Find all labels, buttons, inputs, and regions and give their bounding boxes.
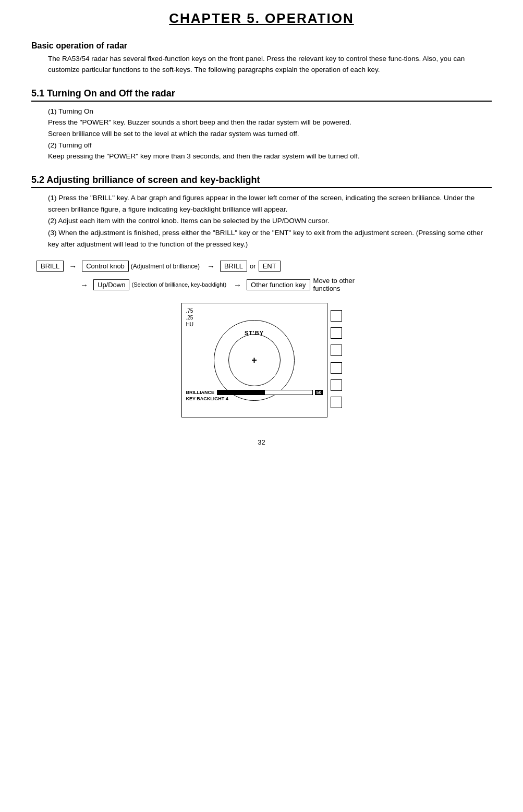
basic-operation-heading: Basic operation of radar — [31, 41, 492, 51]
control-knob-key: Control knob — [82, 261, 129, 272]
brill-key-1: BRILL — [37, 261, 64, 272]
side-btn-5 — [331, 379, 342, 391]
range-label: .75 .25 HU — [186, 307, 193, 328]
move-to-other-text: Move to other functions — [310, 277, 355, 292]
side-buttons — [331, 303, 342, 417]
flow-label-2: (Selection of brilliance, key-backlight) — [131, 281, 226, 288]
section-51-item-0: (1) Turning On — [48, 106, 492, 117]
side-btn-1 — [331, 310, 342, 322]
side-btn-6 — [331, 397, 342, 408]
radar-circle-inner: + — [228, 334, 281, 386]
move-to-other-line1: Move to other — [313, 277, 355, 285]
arrow-2: → — [207, 262, 215, 270]
section-51-heading: 5.1 Turning On and Off the radar — [31, 88, 492, 102]
section-51-item-1: Press the "POWER" key. Buzzer sounds a s… — [48, 117, 492, 128]
brill-bar-fill — [217, 390, 265, 395]
section-52: 5.2 Adjusting brilliance of screen and k… — [31, 175, 492, 417]
section-51-item-4: Keep pressing the "POWER" key more than … — [48, 151, 492, 162]
flow-row-1: BRILL → Control knob (Adjustment of bril… — [37, 261, 492, 272]
key-backlight-row: KEY BACKLIGHT 4 — [186, 396, 323, 401]
basic-operation-section: Basic operation of radar The RA53/54 rad… — [31, 41, 492, 76]
flow-diagram: BRILL → Control knob (Adjustment of bril… — [37, 261, 492, 292]
section-51-item-3: (2) Turning off — [48, 140, 492, 151]
or-label: or — [250, 262, 256, 270]
section-52-item-0: (1) Press the "BRILL" key. A bar graph a… — [48, 192, 492, 216]
section-52-item-1: (2) Adjust each item with the control kn… — [48, 215, 492, 227]
stby-label: ST'BY — [245, 330, 264, 336]
brilliance-label: BRILLIANCE — [186, 390, 215, 395]
diagram-area: .75 .25 HU ST'BY + BRILLIANCE 50 — [31, 303, 492, 417]
page-number: 32 — [31, 438, 492, 446]
plus-sign: + — [251, 355, 257, 366]
brill-bar-container — [217, 390, 313, 395]
section-51: 5.1 Turning On and Off the radar (1) Tur… — [31, 88, 492, 162]
section-51-content: (1) Turning On Press the "POWER" key. Bu… — [48, 106, 492, 162]
radar-circle-outer: ST'BY + — [214, 320, 295, 401]
section-51-item-2: Screen brilliance will be set to the lev… — [48, 128, 492, 140]
arrow-1: → — [69, 262, 77, 270]
section-52-item-2: (3) When the adjustment is finished, pre… — [48, 227, 492, 251]
brill-key-2: BRILL — [220, 261, 247, 272]
radar-screen-container: .75 .25 HU ST'BY + BRILLIANCE 50 — [181, 303, 342, 417]
section-52-content: (1) Press the "BRILL" key. A bar graph a… — [48, 192, 492, 250]
radar-screen: .75 .25 HU ST'BY + BRILLIANCE 50 — [181, 303, 327, 417]
other-function-key: Other function key — [247, 279, 310, 290]
side-btn-3 — [331, 345, 342, 356]
arrow-4: → — [234, 280, 241, 289]
side-btn-2 — [331, 327, 342, 339]
chapter-title: CHAPTER 5. OPERATION — [31, 10, 492, 27]
bottom-bar: BRILLIANCE 50 KEY BACKLIGHT 4 — [186, 390, 323, 401]
move-to-other-line2: functions — [313, 285, 340, 292]
arrow-3: → — [80, 280, 88, 289]
ent-key: ENT — [259, 261, 281, 272]
flow-row-2: → Up/Down (Selection of brilliance, key-… — [75, 277, 492, 292]
section-52-heading: 5.2 Adjusting brilliance of screen and k… — [31, 175, 492, 188]
brilliance-row: BRILLIANCE 50 — [186, 390, 323, 395]
flow-label-1: (Adjustment of brilliance) — [131, 263, 200, 270]
brilliance-value: 50 — [315, 390, 322, 395]
side-btn-4 — [331, 362, 342, 374]
basic-operation-paragraph: The RA53/54 radar has several fixed-func… — [48, 54, 492, 76]
updown-key: Up/Down — [93, 279, 129, 290]
